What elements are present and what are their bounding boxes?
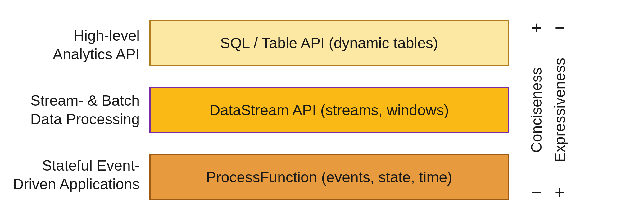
- scale-expressiveness: − Expressiveness +: [551, 12, 568, 208]
- layer-label-analytics: High-level Analytics API: [53, 26, 140, 64]
- scale-conciseness: + Conciseness −: [528, 12, 545, 208]
- layer-label-stream-batch: Stream- & Batch Data Processing: [30, 91, 140, 129]
- expressiveness-top-sign: −: [555, 19, 565, 37]
- box-datastream-label: DataStream API (streams, windows): [210, 102, 449, 119]
- box-sql-label: SQL / Table API (dynamic tables): [220, 34, 438, 52]
- box-processfunction-label: ProcessFunction (events, state, time): [206, 169, 452, 186]
- left-labels-column: High-level Analytics API Stream- & Batch…: [9, 12, 140, 208]
- conciseness-bottom-sign: −: [531, 183, 542, 201]
- box-datastream-api: DataStream API (streams, windows): [149, 87, 509, 133]
- layer-label-stateful: Stateful Event- Driven Applications: [13, 156, 140, 194]
- scales-column: + Conciseness − − Expressiveness +: [528, 12, 568, 208]
- conciseness-top-sign: +: [531, 19, 542, 37]
- conciseness-label: Conciseness: [528, 67, 545, 153]
- expressiveness-bottom-sign: +: [555, 183, 565, 201]
- api-boxes-column: SQL / Table API (dynamic tables) DataStr…: [149, 12, 509, 208]
- box-sql-table-api: SQL / Table API (dynamic tables): [149, 20, 509, 66]
- box-process-function: ProcessFunction (events, state, time): [149, 154, 509, 200]
- expressiveness-label: Expressiveness: [551, 58, 568, 162]
- api-levels-diagram: High-level Analytics API Stream- & Batch…: [0, 0, 644, 220]
